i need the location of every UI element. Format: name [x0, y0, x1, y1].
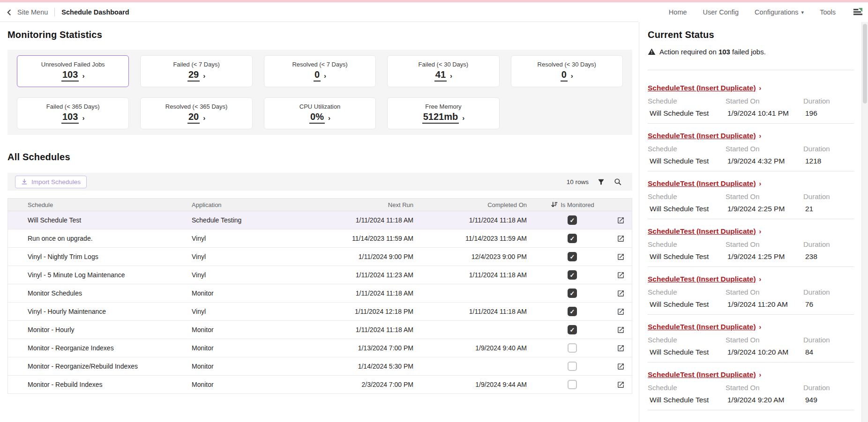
is-monitored-checkbox[interactable]: ✓	[568, 234, 577, 243]
stat-card-unresolved-failed-jobs[interactable]: Unresolved Failed Jobs 103›	[17, 55, 129, 87]
stat-card-cpu-utilization[interactable]: CPU Utilization 0%›	[264, 97, 376, 129]
cell-next-run: 1/11/2024 9:00 PM	[332, 253, 421, 260]
filter-icon[interactable]	[597, 178, 605, 186]
nav-link-home[interactable]: Home	[669, 8, 687, 16]
table-row[interactable]: Vinyl - Nightly Trim Logs Vinyl 1/11/202…	[8, 248, 632, 266]
schedule-test-link[interactable]: ScheduleTest (Insert Duplicate)›	[648, 323, 761, 331]
column-header-is-monitored[interactable]: Is Monitored	[535, 201, 610, 208]
stat-card-label: Resolved (< 365 Days)	[165, 103, 228, 110]
cell-completed-on: 1/9/2024 9:44 AM	[421, 381, 535, 388]
entry-duration: 1218	[803, 157, 854, 165]
cell-next-run: 11/14/2023 11:59 AM	[332, 235, 421, 242]
is-monitored-checkbox[interactable]: ✓	[568, 325, 577, 334]
table-row[interactable]: Monitor - Hourly Monitor 1/11/2024 11:18…	[8, 321, 632, 339]
table-row[interactable]: Monitor Schedules Monitor 1/11/2024 11:1…	[8, 284, 632, 303]
is-monitored-checkbox[interactable]: ✓	[568, 289, 577, 298]
table-row[interactable]: Vinyl - 5 Minute Log Maintenance Vinyl 1…	[8, 266, 632, 284]
scrollbar-thumb[interactable]	[863, 24, 867, 104]
schedule-test-link[interactable]: ScheduleTest (Insert Duplicate)›	[648, 275, 761, 283]
is-monitored-checkbox[interactable]: ✓	[568, 343, 577, 353]
entry-column-headers: ScheduleStarted OnDuration	[648, 140, 854, 153]
schedule-test-link[interactable]: ScheduleTest (Insert Duplicate)›	[648, 84, 761, 92]
column-header-next-run[interactable]: Next Run	[332, 201, 421, 208]
failed-jobs-alert: Action required on 103 failed jobs.	[648, 48, 854, 70]
open-schedule-icon[interactable]	[617, 216, 625, 224]
open-schedule-icon[interactable]	[617, 344, 625, 352]
download-icon	[21, 178, 28, 185]
open-schedule-icon[interactable]	[617, 308, 625, 316]
stat-value-link[interactable]: 0%	[309, 111, 325, 124]
nav-link-user-config[interactable]: User Config	[703, 8, 739, 16]
open-schedule-icon[interactable]	[617, 363, 625, 370]
cell-application: Vinyl	[192, 253, 332, 260]
stat-value-link[interactable]: 103	[61, 111, 79, 124]
column-header-application[interactable]: Application	[192, 201, 332, 208]
schedule-test-link[interactable]: ScheduleTest (Insert Duplicate)›	[648, 370, 761, 379]
open-schedule-icon[interactable]	[617, 271, 625, 279]
table-row[interactable]: Monitor - Rebuild Indexes Monitor 2/3/20…	[8, 376, 632, 394]
stat-value-link[interactable]: 103	[61, 69, 79, 81]
entry-values: Will Schedule Test 1/9/2024 4:32 PM 1218	[648, 153, 854, 165]
site-menu-link[interactable]: Site Menu	[17, 8, 48, 16]
table-row[interactable]: Will Schedule Test Schedule Testing 1/11…	[8, 211, 632, 230]
entry-values: Will Schedule Test 1/9/2024 10:20 AM 84	[648, 344, 854, 356]
schedule-test-link[interactable]: ScheduleTest (Insert Duplicate)›	[648, 227, 761, 236]
table-header-row: Schedule Application Next Run Completed …	[8, 198, 632, 211]
check-icon: ✓	[570, 309, 575, 315]
nav-link-tools[interactable]: Tools	[820, 8, 836, 16]
table-row[interactable]: Monitor - Reorganize/Rebuild Indexes Mon…	[8, 357, 632, 376]
stat-card-failed-30-days[interactable]: Failed (< 30 Days) 41›	[387, 55, 499, 87]
stat-card-resolved-7-days[interactable]: Resolved (< 7 Days) 0›	[264, 55, 376, 87]
stat-card-failed-7-days[interactable]: Failed (< 7 Days) 29›	[140, 55, 252, 87]
chevron-right-icon: ›	[82, 72, 84, 80]
is-monitored-checkbox[interactable]: ✓	[568, 252, 577, 261]
nav-link-configurations[interactable]: Configurations▾	[755, 8, 804, 16]
open-schedule-icon[interactable]	[617, 381, 625, 389]
import-schedules-button[interactable]: Import Schedules	[15, 176, 87, 188]
entry-column-headers: ScheduleStarted OnDuration	[648, 379, 854, 392]
failed-jobs-list: ScheduleTest (Insert Duplicate)› Schedul…	[648, 70, 854, 410]
column-header-completed-on[interactable]: Completed On	[421, 201, 535, 208]
stat-card-resolved-30-days[interactable]: Resolved (< 30 Days) 0›	[511, 55, 623, 87]
table-row[interactable]: Vinyl - Hourly Maintenance Vinyl 1/11/20…	[8, 303, 632, 321]
sidebar-scrollbar[interactable]	[861, 22, 868, 422]
failed-job-entry: ScheduleTest (Insert Duplicate)› Schedul…	[648, 76, 854, 124]
entry-schedule: Will Schedule Test	[648, 300, 726, 309]
stat-card-label: Failed (< 30 Days)	[419, 61, 469, 68]
chevron-right-icon: ›	[759, 84, 762, 92]
is-monitored-checkbox[interactable]: ✓	[568, 380, 577, 389]
open-schedule-icon[interactable]	[617, 326, 625, 334]
cell-schedule: Monitor - Reorganize Indexes	[8, 344, 192, 352]
column-header-schedule[interactable]: Schedule	[8, 201, 192, 208]
warning-icon	[648, 48, 656, 56]
stat-value-link[interactable]: 29	[187, 69, 200, 81]
app-logo-icon[interactable]	[853, 7, 863, 18]
is-monitored-checkbox[interactable]: ✓	[568, 215, 577, 225]
stat-value-link[interactable]: 0	[314, 69, 321, 81]
open-schedule-icon[interactable]	[617, 289, 625, 297]
entry-column-headers: ScheduleStarted OnDuration	[648, 236, 854, 248]
search-icon[interactable]	[614, 178, 622, 186]
schedule-test-link[interactable]: ScheduleTest (Insert Duplicate)›	[648, 132, 761, 140]
schedule-test-link[interactable]: ScheduleTest (Insert Duplicate)›	[648, 179, 761, 188]
stat-value-link[interactable]: 5121mb	[422, 111, 459, 124]
table-row[interactable]: Monitor - Reorganize Indexes Monitor 1/1…	[8, 339, 632, 357]
chevron-right-icon: ›	[759, 275, 762, 283]
is-monitored-checkbox[interactable]: ✓	[568, 362, 577, 371]
chevron-right-icon: ›	[203, 114, 205, 122]
stat-value-link[interactable]: 41	[434, 69, 447, 81]
stat-card-failed-365-days[interactable]: Failed (< 365 Days) 103›	[17, 97, 129, 129]
monitoring-stats-panel: Unresolved Failed Jobs 103› Failed (< 7 …	[7, 50, 632, 135]
stat-value-link[interactable]: 20	[187, 111, 200, 124]
stat-card-free-memory[interactable]: Free Memory 5121mb›	[387, 97, 499, 129]
open-schedule-icon[interactable]	[617, 253, 625, 261]
stat-card-resolved-365-days[interactable]: Resolved (< 365 Days) 20›	[140, 97, 252, 129]
chevron-left-icon[interactable]	[6, 9, 13, 16]
is-monitored-checkbox[interactable]: ✓	[568, 270, 577, 280]
stat-value-link[interactable]: 0	[561, 69, 568, 81]
open-schedule-icon[interactable]	[617, 235, 625, 243]
is-monitored-checkbox[interactable]: ✓	[568, 307, 577, 316]
entry-duration: 21	[803, 205, 854, 213]
table-row[interactable]: Run once on upgrade. Vinyl 11/14/2023 11…	[8, 230, 632, 248]
sort-descending-icon	[550, 201, 558, 208]
